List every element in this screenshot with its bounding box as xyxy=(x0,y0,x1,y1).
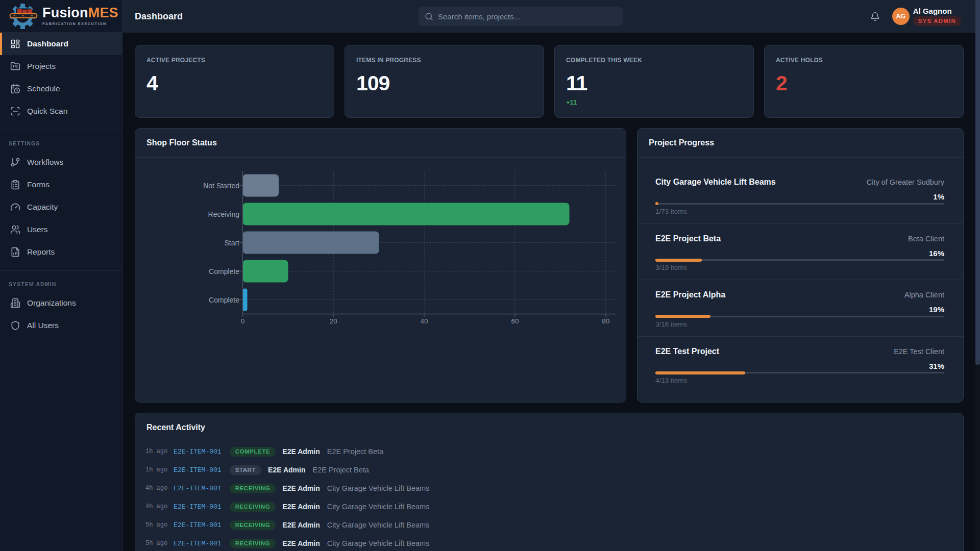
svg-text:60: 60 xyxy=(511,317,519,325)
svg-text:40: 40 xyxy=(421,317,428,325)
svg-text:Not Started: Not Started xyxy=(203,182,239,190)
svg-text:0: 0 xyxy=(241,317,245,325)
svg-text:Complete: Complete xyxy=(209,296,239,304)
svg-text:20: 20 xyxy=(330,317,337,325)
svg-text:80: 80 xyxy=(602,317,609,325)
svg-text:Start: Start xyxy=(224,239,239,247)
svg-text:Complete: Complete xyxy=(209,267,239,276)
svg-text:Receiving: Receiving xyxy=(208,210,239,218)
